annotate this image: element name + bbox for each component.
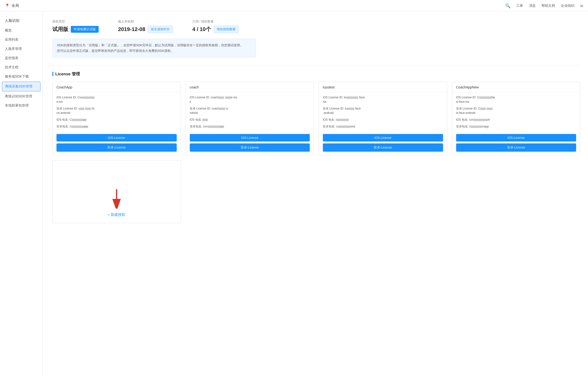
- license-info: 授权类型 试用版 申请免费正式版 截止有效期 2019-12-08 延长授权时长…: [52, 19, 580, 33]
- cards-grid: CoachApp iOS License ID: Coa e-ios 安卓 Li…: [52, 82, 580, 155]
- sidebar-item-overview[interactable]: 概览: [0, 26, 42, 35]
- android-pkg-row-2: 安卓包名: cuest: [323, 124, 443, 129]
- android-pkg-row-0: 安卓包名: capp: [56, 124, 177, 129]
- logo-text: 全局: [12, 3, 19, 8]
- sidebar: 人脸识别 概览 应用列表 人脸库管理 监控报表 技术文档 服务端SDK下载 离线…: [0, 12, 43, 376]
- main-content: 授权类型 试用版 申请免费正式版 截止有效期 2019-12-08 延长授权时长…: [43, 12, 588, 376]
- ios-license-id-row-3: iOS License ID: CNe w-face-ios: [456, 95, 576, 104]
- ios-pkg-row-2: iOS 包名: i: [323, 117, 443, 122]
- expiry-block: 截止有效期 2019-12-08 延长授权时长: [118, 19, 173, 33]
- android-license-id-row-2: 安卓 License ID: luy face -android: [323, 106, 443, 115]
- ios-license-btn-0[interactable]: iOS-License: [56, 134, 177, 141]
- card-body-coachappnew: iOS License ID: CNe w-face-ios 安卓 Licens…: [452, 92, 580, 134]
- quota-label: 已用 / 授权数量: [192, 19, 239, 24]
- ios-pkg-row-3: iOS 包名: corach: [456, 117, 576, 122]
- notice-box: SDK的授权类型分为「试用版」和「正式版」，自您申请SDK完毕后，默认为试用版，…: [52, 39, 256, 57]
- card-header-coachappnew: CoachAppNew: [452, 82, 580, 92]
- android-pkg-row-1: 安卓包名: conapp: [190, 124, 310, 129]
- sidebar-item-server-sdk[interactable]: 服务端SDK下载: [0, 72, 42, 81]
- arrow-container: + 新建授权: [108, 189, 125, 217]
- auth-type-block: 授权类型 试用版 申请免费正式版: [52, 19, 99, 33]
- auth-type-label: 授权类型: [52, 19, 99, 24]
- card-footer-coachapp: iOS-License 安卓-License: [52, 134, 180, 155]
- card-header-luyutest: luyutest: [319, 82, 447, 92]
- android-license-id-row-0: 安卓 License ID: -fa ce-android: [56, 106, 177, 115]
- nav-ticket[interactable]: 工单: [516, 4, 523, 8]
- ios-license-id-row-1: iOS License ID: coach e-ios s: [190, 95, 310, 104]
- new-auth-text[interactable]: + 新建授权: [108, 212, 125, 217]
- section-title-bar: [52, 72, 53, 76]
- notice-line2: 您可以点击申请正式版，提交即将发布的产品信息，即可获得永久免费的SDK授权。: [57, 48, 251, 53]
- new-auth-card[interactable]: + 新建授权: [52, 160, 181, 223]
- nav-message[interactable]: 消息: [529, 4, 536, 8]
- card-body-luyutest: iOS License ID: lu face- ios 安卓 License …: [319, 92, 447, 134]
- card-coachapp: CoachApp iOS License ID: Coa e-ios 安卓 Li…: [52, 82, 181, 155]
- quota-block: 已用 / 授权数量 4 / 10个 增加授权数量: [192, 19, 239, 33]
- auth-type-value: 试用版 申请免费正式版: [52, 26, 99, 33]
- extend-auth-btn[interactable]: 延长授权时长: [148, 26, 173, 33]
- ios-license-btn-3[interactable]: iOS-License: [456, 134, 576, 141]
- android-license-btn-0[interactable]: 安卓-License: [56, 143, 177, 152]
- card-footer-luyutest: iOS-License 安卓-License: [319, 134, 447, 155]
- android-pkg-row-3: 安卓包名: cnapp: [456, 124, 576, 129]
- sidebar-item-offline-collect[interactable]: 离线采集SDK管理: [2, 82, 41, 91]
- sidebar-item-app-list[interactable]: 应用列表: [0, 35, 42, 44]
- ios-license-id-row-0: iOS License ID: Coa e-ios: [56, 95, 177, 104]
- ios-pkg-row-1: iOS 包名: [190, 117, 310, 122]
- quota-value: 4 / 10个 增加授权数量: [192, 26, 239, 33]
- card-coachappnew: CoachAppNew iOS License ID: CNe w-face-i…: [452, 82, 580, 155]
- notice-line1: SDK的授权类型分为「试用版」和「正式版」，自您申请SDK完毕后，默认为试用版，…: [57, 42, 251, 48]
- new-auth-row: + 新建授权: [52, 160, 580, 223]
- section-title-text: License 管理: [55, 71, 80, 77]
- card-footer-coachappnew: iOS-License 安卓-License: [452, 134, 580, 155]
- android-license-id-row-3: 安卓 License ID: C w-face-android: [456, 106, 576, 115]
- card-luyutest: luyutest iOS License ID: lu face- ios 安卓…: [319, 82, 447, 155]
- android-license-btn-1[interactable]: 安卓-License: [190, 143, 310, 152]
- card-body-coach: iOS License ID: coach e-ios s 安卓 License…: [186, 92, 314, 134]
- sidebar-title: 人脸识别: [0, 16, 42, 26]
- card-body-coachapp: iOS License ID: Coa e-ios 安卓 License ID:…: [52, 92, 180, 134]
- apply-official-btn[interactable]: 申请免费正式版: [71, 26, 99, 33]
- nav-org[interactable]: 企业组织: [561, 4, 574, 8]
- section-title-license: License 管理: [52, 71, 580, 77]
- android-license-btn-3[interactable]: 安卓-License: [456, 143, 576, 152]
- sidebar-item-tech-docs[interactable]: 技术文档: [0, 63, 42, 72]
- sidebar-item-face-db[interactable]: 人脸库管理: [0, 44, 42, 53]
- ios-license-btn-2[interactable]: iOS-License: [323, 134, 443, 141]
- layout: 人脸识别 概览 应用列表 人脸库管理 监控报表 技术文档 服务端SDK下载 离线…: [0, 12, 588, 376]
- arrow-down-icon: [109, 189, 124, 209]
- sidebar-item-local-deploy[interactable]: 本地部署包管理: [0, 101, 42, 110]
- expiry-value: 2019-12-08 延长授权时长: [118, 26, 173, 33]
- add-quota-btn[interactable]: 增加授权数量: [213, 26, 239, 33]
- ios-license-btn-1[interactable]: iOS-License: [190, 134, 310, 141]
- top-nav: 📍 全局 🔍 工单 消息 帮助文档 企业组织 Ie: [0, 0, 588, 12]
- ios-pkg-row-0: iOS 包名: Cpp: [56, 117, 177, 122]
- divider: [52, 65, 580, 65]
- android-license-id-row-1: 安卓 License ID: coach-a ndroid: [190, 106, 310, 115]
- card-header-coachapp: CoachApp: [52, 82, 180, 92]
- android-license-btn-2[interactable]: 安卓-License: [323, 143, 443, 152]
- top-nav-right: 🔍 工单 消息 帮助文档 企业组织 Ie: [505, 3, 583, 9]
- sidebar-item-offline-recog[interactable]: 离线识别SDK管理: [0, 92, 42, 101]
- nav-user[interactable]: Ie: [580, 4, 583, 8]
- card-footer-coach: iOS-License 安卓-License: [186, 134, 314, 155]
- nav-help[interactable]: 帮助文档: [541, 4, 555, 8]
- ios-license-id-row-2: iOS License ID: lu face- ios: [323, 95, 443, 104]
- card-coach: coach iOS License ID: coach e-ios s 安卓 L…: [186, 82, 314, 155]
- location-icon: 📍: [5, 3, 10, 8]
- card-header-coach: coach: [186, 82, 314, 92]
- logo-area: 📍 全局: [5, 3, 19, 8]
- expiry-label: 截止有效期: [118, 19, 173, 24]
- search-icon[interactable]: 🔍: [505, 3, 510, 9]
- sidebar-item-monitor[interactable]: 监控报表: [0, 53, 42, 63]
